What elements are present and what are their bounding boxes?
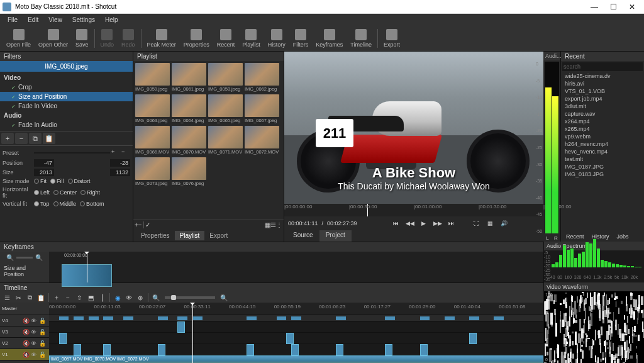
track-v2-lock-icon[interactable]: 🔓 [39,340,45,347]
preset-remove-button[interactable]: − [121,148,130,157]
hfit-left[interactable]: Left [34,189,50,196]
keyframe-area[interactable]: 00:00:00:00 [49,252,543,282]
track-v1-eye-icon[interactable]: 👁 [31,352,37,358]
timeline-clip[interactable] [420,344,428,355]
recent-tab-recent[interactable]: Recent [562,233,588,240]
keyframe-zoom-in-icon[interactable]: 🔍 [35,254,43,261]
recent-item[interactable]: x265.mp4 [561,125,644,133]
filter-fade-in-audio[interactable]: Fade In Audio [0,120,133,130]
timeline-clip[interactable]: IMG_0057.MOV IMG_0070.MOV IMG_0072.MOV [49,355,543,363]
timeline-track-area[interactable]: 00:00:00:0000:00:11:0300:00:22:0700:00:3… [49,303,543,363]
tl-cut-button[interactable]: ✂ [13,293,23,303]
track-v2-label[interactable]: V2 [2,340,21,346]
play-button[interactable]: ▶ [419,218,429,228]
filter-copy-button[interactable]: ⧉ [29,133,42,144]
recent-item[interactable]: wide25-cinema.dv [561,72,644,80]
filter-fade-in-video[interactable]: Fade In Video [0,101,133,111]
playlist-thumb[interactable]: IMG_0067.jpeg [245,94,279,124]
timeline-playhead[interactable] [192,303,193,363]
tl-lift-button[interactable]: ⇧ [74,293,84,303]
tl-scrub-button[interactable]: 👁 [124,293,134,303]
close-button[interactable]: ✕ [623,1,641,13]
vfit-bottom[interactable]: Bottom [80,201,104,207]
preview-viewport[interactable]: 211 A Bike Show This Ducati by Michael W… [284,52,543,204]
recent-item[interactable]: x264.mp4 [561,118,644,125]
recent-tab-jobs[interactable]: Jobs [613,233,633,240]
size-h-input[interactable]: 1132 [110,169,130,176]
skip-start-button[interactable]: ⏮ [391,218,401,228]
hfit-right[interactable]: Right [80,189,100,196]
preset-add-button[interactable]: + [111,148,120,157]
position-x-input[interactable]: -47 [34,159,54,167]
playlist-thumb[interactable]: IMG_0071.MOV [208,126,243,155]
toolbar-properties[interactable]: Properties [180,28,213,49]
recent-item[interactable]: export job.mp4 [561,95,644,103]
timeline-clip[interactable] [74,344,81,355]
recent-tab-history[interactable]: History [588,233,613,240]
preview-tab-project[interactable]: Project [319,230,352,242]
minimize-button[interactable]: — [585,1,604,13]
grid-button[interactable]: ▦ [486,218,496,228]
track-v1-lock-icon[interactable]: 🔓 [39,352,45,358]
filter-add-button[interactable]: + [1,133,14,144]
vfit-middle[interactable]: Middle [53,201,77,207]
tl-delete-button[interactable]: − [63,293,73,303]
tl-overwrite-button[interactable]: ⬒ [86,293,96,303]
playlist-view2-button[interactable]: ☰ [270,221,276,228]
playlist-tab-export[interactable]: Export [204,231,233,240]
recent-item[interactable]: VTS_01_1.VOB [561,87,644,95]
toolbar-redo[interactable]: Redo [118,28,139,49]
playlist-view1-button[interactable]: ▦ [265,221,270,228]
filter-paste-button[interactable]: 📋 [43,133,55,144]
timeline-clip[interactable] [177,321,185,333]
track-v4-mute-icon[interactable]: 🔇 [23,318,29,324]
preview-ruler[interactable]: |00:00:00:00|00:00:30:00|00:01:00:00|00:… [284,204,543,216]
sizemode-distort[interactable]: Distort [68,178,91,184]
recent-item[interactable]: vp9.webm [561,133,644,140]
tl-copy-button[interactable]: ⧉ [25,293,35,303]
track-v4-eye-icon[interactable]: 👁 [31,318,37,324]
toolbar-keyframes[interactable]: Keyframes [312,28,347,49]
timeline-clip[interactable] [286,333,294,344]
recent-item[interactable]: IMG_0187.JPG [561,163,644,170]
toolbar-playlist[interactable]: Playlist [238,28,264,49]
timeline-clip[interactable] [336,344,343,355]
tl-zoom-slider[interactable] [165,296,215,299]
recent-item[interactable]: 3dlut.mlt [561,103,644,110]
preset-select[interactable] [34,152,110,154]
menu-help[interactable]: Help [100,15,123,25]
menu-view[interactable]: View [43,15,67,25]
timeline-clip[interactable] [385,344,392,355]
playlist-view3-button[interactable]: ⋮ [276,221,282,228]
recent-item[interactable]: hevc_nvenc.mp4 [561,148,644,155]
recent-item[interactable]: h264_nvenc.mp4 [561,140,644,148]
playlist-thumb[interactable]: IMG_0061.jpeg [172,63,206,92]
track-v3-label[interactable]: V3 [2,329,21,335]
playlist-thumb[interactable]: IMG_0070.MOV [172,126,206,155]
playlist-thumb[interactable]: IMG_0065.jpeg [208,94,243,124]
track-v1-mute-icon[interactable]: 🔇 [23,352,29,358]
track-v1-label[interactable]: V1 [2,352,21,357]
tl-zoom-out-button[interactable]: 🔍 [151,293,161,303]
tl-append-button[interactable]: + [52,293,62,303]
keyframe-playhead[interactable] [87,252,87,282]
filter-size-position[interactable]: Size and Position [0,92,133,101]
tl-ripple-button[interactable]: ⊕ [135,293,145,303]
toolbar-filters[interactable]: Filters [289,28,313,49]
menu-file[interactable]: File [3,15,23,25]
track-v3-mute-icon[interactable]: 🔇 [23,329,29,335]
tl-zoom-in-button[interactable]: 🔍 [219,293,229,303]
playlist-remove-button[interactable]: − [138,221,142,228]
timeline-clip[interactable] [59,333,67,344]
timeline-clip[interactable] [158,344,165,355]
skip-end-button[interactable]: ⏭ [447,218,457,228]
track-v2-mute-icon[interactable]: 🔇 [23,340,29,347]
toolbar-open-file[interactable]: Open File [3,28,35,49]
playlist-check-button[interactable]: ✓ [145,221,150,228]
recent-item[interactable]: capture.wav [561,110,644,118]
prev-frame-button[interactable]: ◀◀ [405,218,415,228]
playlist-thumb[interactable]: IMG_0058.jpeg [208,63,243,92]
maximize-button[interactable]: ☐ [604,1,623,13]
zoom-fit-button[interactable]: ⛶ [472,218,482,228]
filter-remove-button[interactable]: − [15,133,28,144]
